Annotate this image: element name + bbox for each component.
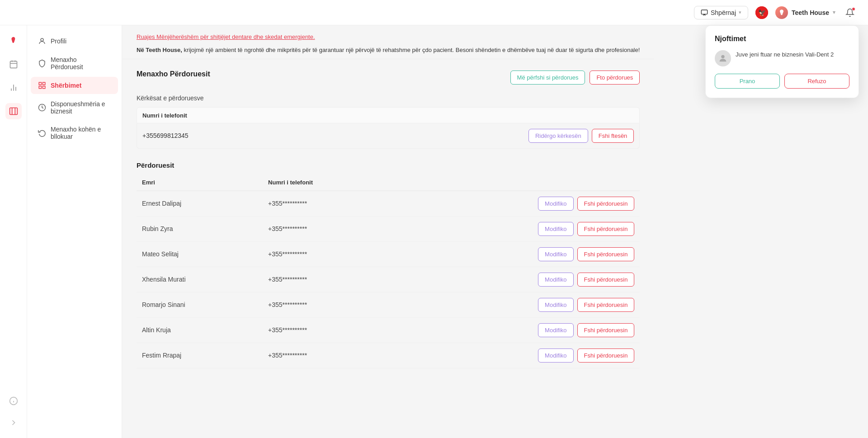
svg-point-18: [41, 38, 43, 41]
users-table: Emri Numri i telefonit Ernest Dalipaj +3…: [137, 174, 640, 368]
table-row: Altin Kruja +355********** Modifiko Fshi…: [137, 317, 640, 343]
rail-logo[interactable]: [5, 33, 22, 49]
modify-user-button[interactable]: Modifiko: [538, 222, 573, 236]
include-as-user-button[interactable]: Më përfshi si përdorues: [510, 71, 585, 85]
user-phone-cell: +355**********: [263, 241, 392, 267]
delete-user-button[interactable]: Fshi përdoruesin: [577, 222, 635, 236]
invite-user-button[interactable]: Fto përdorues: [590, 71, 640, 85]
global-topnav: Shpërnaj ▾ 🦅 Teeth House ▾: [0, 0, 868, 25]
user-name-cell: Festim Rrapaj: [137, 343, 263, 368]
user-phone-cell: +355**********: [263, 317, 392, 343]
sidebar-item-profili[interactable]: Profili: [31, 33, 118, 50]
modify-user-button[interactable]: Modifiko: [538, 247, 573, 261]
user-phone-cell: +355**********: [263, 216, 392, 241]
sidebar-item-menaxho-perdoruesit[interactable]: Menaxho Përdoruesit: [31, 52, 118, 75]
users-tbody: Ernest Dalipaj +355********** Modifiko F…: [137, 191, 640, 368]
table-header-row: Emri Numri i telefonit: [137, 174, 640, 191]
header-line2: Në Teeth House, krijojmë një ambient të …: [137, 46, 640, 55]
user-name-cell: Ernest Dalipaj: [137, 191, 263, 217]
notif-reject-button[interactable]: Refuzo: [784, 74, 849, 89]
bell-badge: [852, 7, 855, 11]
table-row: Ernest Dalipaj +355********** Modifiko F…: [137, 191, 640, 217]
share-icon: [701, 9, 708, 16]
section-actions: Më përfshi si përdorues Fto përdorues: [510, 71, 640, 85]
table-row: Rubin Zyra +355********** Modifiko Fshi …: [137, 216, 640, 241]
grid-icon: [38, 81, 46, 89]
analytics-icon: [9, 83, 18, 92]
phone-col2-header: Numri i telefonit: [263, 174, 392, 191]
user-row-actions: Modifiko Fshi përdoruesin: [397, 273, 635, 287]
notif-item: Juve jeni ftuar ne biznesin Vali-Dent 2: [715, 50, 849, 66]
user-actions-cell: Modifiko Fshi përdoruesin: [392, 317, 640, 343]
notification-bell[interactable]: [843, 5, 857, 20]
delete-user-button[interactable]: Fshi përdoruesin: [577, 273, 635, 287]
business-icon: [775, 6, 788, 19]
table-row: Festim Rrapaj +355********** Modifiko Fs…: [137, 343, 640, 368]
modify-user-button[interactable]: Modifiko: [538, 273, 573, 287]
delete-user-button[interactable]: Fshi përdoruesin: [577, 298, 635, 312]
user-row-actions: Modifiko Fshi përdoruesin: [397, 222, 635, 236]
rail-analytics[interactable]: [5, 80, 22, 96]
icon-rail: [0, 25, 27, 438]
resend-request-button[interactable]: Ridërgo kërkesën: [528, 129, 588, 143]
user-icon: [38, 37, 46, 45]
svg-point-4: [721, 55, 724, 58]
info-icon: [9, 396, 18, 405]
delete-user-button[interactable]: Fshi përdoruesin: [577, 349, 635, 363]
sidebar-label-menaxho: Menaxho Përdoruesit: [51, 56, 111, 71]
user-phone-cell: +355**********: [263, 343, 392, 368]
request-phone: +355699812345: [142, 132, 189, 139]
settings-icon: [9, 107, 18, 116]
delete-user-button[interactable]: Fshi përdoruesin: [577, 323, 635, 337]
business-selector[interactable]: Teeth House ▾: [775, 6, 835, 19]
users-section: Përdoruesit Emri Numri i telefonit Ernes…: [137, 161, 640, 368]
notif-user-icon: [718, 53, 728, 63]
share-button[interactable]: Shpërnaj ▾: [694, 6, 748, 19]
header-rest: krijojmë një ambient të ngrohtë dhe mikp…: [184, 47, 640, 53]
expand-icon: [9, 418, 18, 427]
history-icon: [38, 129, 46, 137]
rail-expand[interactable]: [5, 414, 22, 431]
calendar-icon: [9, 60, 18, 69]
table-row: Xhensila Murati +355********** Modifiko …: [137, 267, 640, 292]
table-row: Mateo Selitaj +355********** Modifiko Fs…: [137, 241, 640, 267]
modify-user-button[interactable]: Modifiko: [538, 349, 573, 363]
sidebar-item-disponueshmeria[interactable]: Disponueshmëria e biznesit: [31, 96, 118, 119]
users-label: Përdoruesit: [137, 161, 640, 169]
delete-user-button[interactable]: Fshi përdoruesin: [577, 197, 635, 211]
user-phone-cell: +355**********: [263, 191, 392, 217]
user-actions-cell: Modifiko Fshi përdoruesin: [392, 292, 640, 317]
modify-user-button[interactable]: Modifiko: [538, 298, 573, 312]
country-flag: 🦅: [755, 6, 768, 19]
rail-calendar[interactable]: [5, 56, 22, 72]
header-line1: Ruajes Mënjëherëshëm për shitjëjet denta…: [137, 33, 640, 42]
rail-settings[interactable]: [5, 103, 22, 119]
requests-label: Kërkësat e përdoruesve: [137, 94, 640, 102]
svg-rect-12: [9, 108, 17, 115]
share-chevron: ▾: [739, 9, 741, 15]
requests-section: Kërkësat e përdoruesve Numri i telefonit…: [137, 94, 640, 149]
name-col-header: Emri: [137, 174, 263, 191]
delete-request-button[interactable]: Fshi ftesën: [592, 129, 634, 143]
sidebar-label-sherbimet: Shërbimet: [51, 82, 81, 89]
sidebar-item-sherbimet[interactable]: Shërbimet: [31, 77, 118, 94]
request-row: +355699812345 Ridërgo kërkesën Fshi ftes…: [137, 123, 640, 149]
phone-col-header: Numri i telefonit: [142, 112, 187, 119]
delete-user-button[interactable]: Fshi përdoruesin: [577, 247, 635, 261]
modify-user-button[interactable]: Modifiko: [538, 197, 573, 211]
header-brand: Në Teeth House,: [137, 47, 182, 53]
notification-panel: Njoftimet Juve jeni ftuar ne biznesin Va…: [705, 25, 859, 98]
svg-rect-5: [10, 61, 17, 68]
shield-icon: [38, 59, 46, 67]
user-name-cell: Xhensila Murati: [137, 267, 263, 292]
request-actions: Ridërgo kërkesën Fshi ftesën: [528, 129, 634, 143]
svg-rect-21: [39, 86, 41, 89]
page-header: Ruajes Mënjëherëshëm për shitjëjet denta…: [122, 25, 654, 59]
business-chevron: ▾: [833, 9, 835, 15]
sidebar-label-disponueshmeria: Disponueshmëria e biznesit: [51, 100, 111, 115]
rail-info[interactable]: [5, 393, 22, 409]
modify-user-button[interactable]: Modifiko: [538, 323, 573, 337]
user-row-actions: Modifiko Fshi përdoruesin: [397, 349, 635, 363]
sidebar-item-menaxho-kohen[interactable]: Menaxho kohën e bllokuar: [31, 121, 118, 145]
notif-accept-button[interactable]: Prano: [715, 74, 780, 89]
